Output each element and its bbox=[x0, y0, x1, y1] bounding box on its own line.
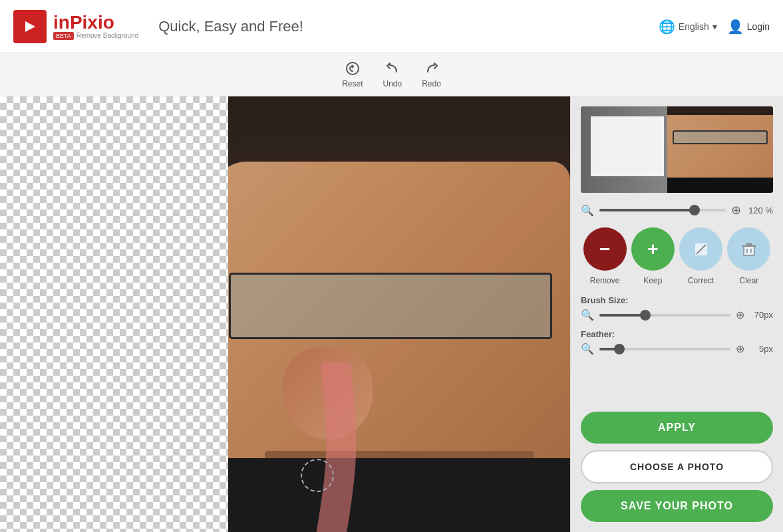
clear-tool-label: Clear bbox=[740, 276, 759, 285]
brush-cursor bbox=[301, 459, 334, 492]
lang-label: English bbox=[679, 21, 709, 32]
feather-row: Feather: 🔍 ⊕ 5px bbox=[581, 329, 773, 355]
feather-slider-row: 🔍 ⊕ 5px bbox=[581, 342, 773, 355]
undo-button[interactable]: Undo bbox=[383, 61, 402, 88]
canvas-area[interactable] bbox=[0, 96, 570, 532]
feather-plus-icon[interactable]: ⊕ bbox=[736, 342, 744, 355]
action-buttons: APPLY CHOOSE A PHOTO SAVE YOUR PHOTO bbox=[581, 412, 773, 522]
tool-buttons: − Remove + Keep Correct bbox=[581, 227, 773, 285]
tagline: Quick, Easy and Free! bbox=[158, 18, 303, 35]
main: 🔍 ⊕ 120 % − Remove + Keep bbox=[0, 96, 783, 532]
zoom-value: 120 % bbox=[746, 205, 773, 215]
svg-rect-3 bbox=[744, 246, 754, 255]
brush-size-slider-row: 🔍 ⊕ 70px bbox=[581, 309, 773, 321]
person-photo bbox=[228, 96, 570, 532]
correct-tool-icon bbox=[679, 227, 722, 271]
zoom-out-icon[interactable]: 🔍 bbox=[581, 204, 594, 217]
toolbar: Reset Undo Redo bbox=[0, 53, 783, 96]
brush-size-minus-icon[interactable]: 🔍 bbox=[581, 309, 594, 321]
brush-stroke bbox=[299, 362, 366, 532]
undo-label: Undo bbox=[383, 79, 402, 88]
svg-point-1 bbox=[347, 63, 359, 74]
remove-tool-label: Remove bbox=[590, 276, 620, 285]
correct-tool-button[interactable]: Correct bbox=[679, 227, 722, 285]
glasses bbox=[229, 273, 552, 339]
brush-size-value: 70px bbox=[750, 310, 773, 320]
preview-face bbox=[667, 106, 773, 193]
brush-size-thumb[interactable] bbox=[640, 310, 651, 321]
feather-thumb[interactable] bbox=[614, 344, 625, 354]
lang-selector[interactable]: 🌐 English ▾ bbox=[659, 19, 717, 35]
redo-button[interactable]: Redo bbox=[422, 61, 441, 88]
choose-photo-button[interactable]: CHOOSE A PHOTO bbox=[581, 450, 773, 483]
header: inPixio BETA Remove Background Quick, Ea… bbox=[0, 0, 783, 53]
correct-tool-label: Correct bbox=[688, 276, 714, 285]
preview-white-box bbox=[591, 116, 664, 176]
clear-tool-button[interactable]: Clear bbox=[727, 227, 770, 285]
remove-tool-button[interactable]: − Remove bbox=[583, 227, 627, 285]
svg-marker-0 bbox=[25, 21, 35, 32]
brush-size-slider[interactable] bbox=[599, 314, 730, 317]
logo-text: inPixio BETA Remove Background bbox=[53, 13, 138, 40]
login-label: Login bbox=[747, 21, 770, 32]
brush-size-fill bbox=[599, 314, 645, 317]
keep-tool-label: Keep bbox=[643, 276, 662, 285]
remove-tool-icon: − bbox=[583, 227, 627, 271]
feather-slider[interactable] bbox=[599, 348, 730, 350]
reset-button[interactable]: Reset bbox=[342, 61, 363, 88]
feather-value: 5px bbox=[750, 344, 773, 354]
user-icon: 👤 bbox=[727, 19, 744, 35]
apply-button[interactable]: APPLY bbox=[581, 412, 773, 444]
redo-label: Redo bbox=[422, 79, 441, 88]
right-panel: 🔍 ⊕ 120 % − Remove + Keep bbox=[570, 96, 783, 532]
brush-size-plus-icon[interactable]: ⊕ bbox=[736, 309, 744, 321]
clear-tool-icon bbox=[727, 227, 770, 271]
zoom-control: 🔍 ⊕ 120 % bbox=[581, 203, 773, 217]
zoom-slider-thumb[interactable] bbox=[689, 205, 700, 215]
keep-tool-button[interactable]: + Keep bbox=[631, 227, 675, 285]
logo-sub-text: Remove Background bbox=[77, 32, 138, 39]
logo-area: inPixio BETA Remove Background Quick, Ea… bbox=[13, 10, 303, 43]
globe-icon: 🌐 bbox=[659, 19, 675, 35]
face-skin bbox=[228, 162, 570, 532]
shirt bbox=[228, 458, 570, 532]
brush-controls: Brush Size: 🔍 ⊕ 70px Feather: 🔍 bbox=[581, 295, 773, 355]
feather-minus-icon[interactable]: 🔍 bbox=[581, 342, 594, 355]
zoom-in-icon[interactable]: ⊕ bbox=[731, 203, 741, 217]
preview-thumbnail bbox=[581, 106, 773, 193]
brush-size-row: Brush Size: 🔍 ⊕ 70px bbox=[581, 295, 773, 321]
header-right: 🌐 English ▾ 👤 Login bbox=[659, 19, 770, 35]
keep-tool-icon: + bbox=[631, 227, 675, 271]
save-photo-button[interactable]: SAVE YOUR PHOTO bbox=[581, 490, 773, 522]
preview-inner bbox=[581, 106, 773, 193]
feather-label: Feather: bbox=[581, 329, 773, 339]
zoom-slider-fill bbox=[599, 209, 695, 211]
zoom-slider[interactable] bbox=[599, 209, 726, 211]
logo-name: inPixio bbox=[53, 13, 138, 32]
reset-label: Reset bbox=[342, 79, 363, 88]
logo-icon bbox=[13, 10, 47, 43]
brush-size-label: Brush Size: bbox=[581, 295, 773, 305]
chevron-down-icon: ▾ bbox=[712, 21, 717, 32]
login-area[interactable]: 👤 Login bbox=[727, 19, 770, 35]
beta-badge: BETA bbox=[53, 32, 74, 40]
